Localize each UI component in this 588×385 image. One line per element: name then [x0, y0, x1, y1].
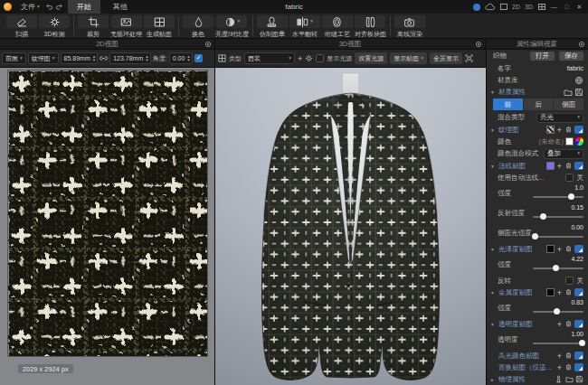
3d-check-button[interactable]: 3D检测 — [39, 15, 70, 39]
no-loop-button[interactable]: 无循环处理 — [110, 15, 142, 39]
fit-view-button[interactable]: 全景显示 — [430, 52, 462, 64]
fit-screen-icon[interactable] — [465, 54, 473, 63]
add-map-button[interactable]: + — [557, 364, 562, 371]
slider-track[interactable] — [533, 343, 583, 344]
stepper-arrows-icon[interactable]: ▲▼ — [186, 55, 190, 61]
offline-render-button[interactable]: 离线渲染 — [394, 15, 425, 39]
material-grid-icon[interactable] — [218, 54, 226, 63]
invert-checkbox[interactable] — [565, 277, 574, 285]
save-button[interactable]: 保存 — [559, 52, 583, 61]
add-map-button[interactable]: + — [557, 352, 562, 360]
slider-track[interactable] — [533, 196, 583, 198]
pin-icon[interactable] — [204, 41, 212, 48]
gloss-map-swatch[interactable] — [546, 245, 555, 253]
cloud-sync-icon[interactable] — [485, 3, 495, 11]
save-disk-icon[interactable] — [575, 375, 583, 383]
account-status-icon[interactable] — [473, 4, 480, 11]
flip-horizontal-button[interactable]: ▾ 水平翻转 — [289, 15, 320, 39]
slider-knob[interactable] — [540, 213, 546, 220]
tab-side[interactable]: 侧面 — [554, 99, 583, 110]
tab-front[interactable]: 前 — [493, 99, 523, 110]
show-map-dropdown[interactable]: 显示贴图 ▾ — [390, 52, 427, 64]
tab-other[interactable]: 其他 — [104, 0, 137, 14]
slider-knob[interactable] — [554, 308, 560, 315]
view2d-canvas[interactable]: 2029 x 2924 px — [0, 68, 215, 385]
view3d-canvas[interactable] — [215, 68, 486, 385]
metal-map-swatch[interactable] — [546, 288, 555, 296]
close-button[interactable]: ✕ — [575, 2, 583, 12]
scale-weight-icon[interactable] — [555, 375, 563, 383]
slider-knob[interactable] — [532, 233, 538, 239]
show-light-checkbox[interactable] — [316, 54, 324, 62]
app-logo-icon[interactable] — [4, 3, 12, 11]
alpha-slider[interactable]: 1.00 — [533, 330, 583, 350]
trash-icon[interactable] — [564, 245, 573, 253]
color-wheel-icon[interactable] — [575, 137, 583, 146]
redo-button[interactable] — [54, 2, 64, 12]
crop-button[interactable]: 裁剪 — [78, 15, 109, 39]
auto-normal-checkbox[interactable] — [565, 174, 574, 182]
add-map-button[interactable]: + — [557, 289, 562, 296]
align-panels-button[interactable]: 对齐板块图 — [355, 15, 386, 39]
metal-map-section[interactable]: ▾ 金属度贴图 + — [487, 286, 588, 298]
add-map-button[interactable]: + — [557, 246, 562, 253]
scan-button[interactable]: 扫描 — [6, 15, 37, 39]
specular-map-section[interactable]: ▾ 高光颜色贴图 + — [487, 350, 588, 362]
edit-texture-icon[interactable] — [574, 352, 583, 360]
jacket-3d-model[interactable] — [215, 68, 486, 385]
trash-icon[interactable] — [564, 363, 573, 371]
displacement-map-section[interactable]: ▾ 置换贴图（仅适... + — [487, 362, 588, 373]
texture-thumbnail[interactable] — [546, 126, 555, 134]
height-input[interactable]: 123.78mm ▲▼ — [109, 52, 151, 64]
physical-props-section[interactable]: ▸ 物理属性 — [487, 373, 588, 385]
reflect-strength-slider[interactable]: 0.15 — [533, 203, 583, 223]
open-button[interactable]: 打开 — [530, 52, 555, 61]
edit-texture-icon[interactable] — [574, 126, 583, 134]
tab-start[interactable]: 开始 — [68, 0, 100, 14]
fabric-texture-image[interactable] — [8, 70, 207, 356]
gear-icon[interactable] — [305, 54, 313, 63]
clone-stamp-button[interactable]: 仿制图章 — [257, 15, 288, 39]
normal-map-swatch[interactable] — [546, 162, 555, 170]
slider-knob[interactable] — [579, 340, 585, 346]
map-type-select[interactable]: 纹理图 ▾ — [28, 52, 59, 64]
save-disk-icon[interactable] — [574, 88, 583, 97]
alpha-map-section[interactable]: ▾ 透明度贴图 + — [487, 318, 588, 330]
trash-icon[interactable] — [564, 126, 573, 134]
stepper-arrows-icon[interactable]: ▲▼ — [145, 55, 148, 61]
tab-back[interactable]: 后 — [524, 99, 554, 110]
folder-open-icon[interactable] — [564, 88, 573, 97]
garment-type-select[interactable]: 西装 ▾ — [244, 52, 295, 64]
stepper-arrows-icon[interactable]: ▲▼ — [92, 55, 96, 61]
layout-2d-icon[interactable]: 2D — [512, 2, 520, 12]
trash-icon[interactable] — [564, 320, 573, 328]
layout-3d-icon[interactable]: 3D — [525, 2, 533, 12]
add-map-button[interactable]: + — [557, 321, 562, 328]
minimize-button[interactable]: — — [550, 2, 558, 12]
metal-strength-slider[interactable]: 0.83 — [533, 298, 583, 318]
normal-strength-slider[interactable]: 1.0 — [533, 183, 583, 203]
normal-map-section[interactable]: ▾ 法线贴图 + — [487, 160, 588, 172]
layout-quad-icon[interactable] — [537, 2, 545, 12]
pin-icon[interactable] — [475, 41, 482, 48]
texture-map-section[interactable]: ▾ 纹理图 + — [487, 124, 588, 136]
trash-icon[interactable] — [564, 288, 573, 296]
slider-knob[interactable] — [553, 265, 559, 271]
set-light-button[interactable]: 设置光源 — [355, 52, 387, 64]
edit-texture-icon[interactable] — [574, 245, 583, 253]
edit-texture-icon[interactable] — [574, 363, 583, 371]
trash-icon[interactable] — [564, 352, 573, 360]
edit-texture-icon[interactable] — [574, 288, 583, 296]
gloss-strength-slider[interactable]: 4.22 — [533, 255, 583, 275]
undo-button[interactable] — [44, 2, 54, 12]
add-garment-button[interactable]: + — [298, 55, 302, 62]
quilting-button[interactable]: 绗缝工艺 — [322, 15, 353, 39]
add-map-button[interactable]: + — [557, 163, 562, 170]
gloss-map-section[interactable]: ▾ 光泽度贴图 + — [487, 243, 588, 255]
folder-open-icon[interactable] — [565, 375, 574, 383]
edit-texture-icon[interactable] — [574, 320, 583, 328]
angle-lock-checkbox[interactable] — [194, 54, 203, 62]
maximize-button[interactable]: □ — [563, 2, 571, 12]
recolor-button[interactable]: 换色 — [183, 15, 213, 39]
slider-knob[interactable] — [568, 193, 574, 200]
